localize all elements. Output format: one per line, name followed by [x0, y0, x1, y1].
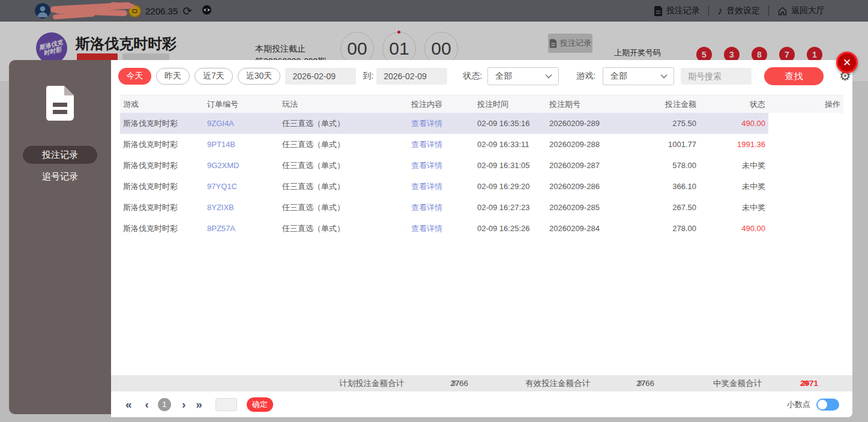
filter-7days-button[interactable]: 近7天: [194, 68, 233, 85]
table-row: 斯洛伐克时时彩 9PT14B 任三直选（单式） 查看详情 02-09 16:33…: [120, 134, 843, 155]
page-number-input[interactable]: [215, 398, 237, 411]
filter-bar: 今天 昨天 近7天 近30天 2026-02-09 到: 2026-02-09 …: [111, 67, 852, 85]
bet-records-panel: 今天 昨天 近7天 近30天 2026-02-09 到: 2026-02-09 …: [111, 60, 852, 417]
order-id-link[interactable]: 97YQ1C: [204, 182, 279, 191]
next-page-button[interactable]: ›: [182, 399, 185, 410]
table-row: 斯洛伐克时时彩 8YZIXB 任三直选（单式） 查看详情 02-09 16:27…: [120, 197, 843, 218]
table-row: 斯洛伐克时时彩 97YQ1C 任三直选（单式） 查看详情 02-09 16:29…: [120, 176, 843, 197]
order-id-link[interactable]: 8YZIXB: [204, 203, 279, 212]
win-total-label: 中奖金额合计: [713, 375, 762, 391]
date-to-input[interactable]: 2026-02-09: [376, 68, 447, 85]
decimal-toggle-label: 小数点: [787, 399, 810, 410]
filter-yesterday-button[interactable]: 昨天: [156, 68, 190, 85]
sidebar-item-chase-records[interactable]: 追号记录: [9, 171, 111, 182]
sidebar-item-bet-records[interactable]: 投注记录: [23, 146, 97, 164]
last-page-button[interactable]: »: [196, 399, 202, 410]
status-value: 未中奖: [699, 181, 768, 192]
modal-sidebar: 投注记录 追号记录: [9, 60, 111, 414]
status-value: 490.00: [699, 224, 768, 233]
first-page-button[interactable]: «: [125, 399, 132, 410]
order-id-link[interactable]: 9ZGI4A: [204, 113, 279, 134]
pagination-bar: « ‹ 1 › » 确定 小数点: [111, 391, 852, 417]
view-details-link[interactable]: 查看详情: [408, 181, 474, 192]
filter-30days-button[interactable]: 近30天: [238, 68, 281, 85]
status-value: 490.00: [699, 113, 768, 134]
bet-records-table: 游戏 订单编号 玩法 投注内容 投注时间 投注期号 投注金额 状态 操作 斯洛伐…: [120, 95, 843, 239]
table-header-row: 游戏 订单编号 玩法 投注内容 投注时间 投注期号 投注金额 状态 操作: [120, 95, 843, 113]
toggle-knob: [818, 400, 827, 409]
search-button[interactable]: 查找: [764, 67, 824, 85]
summary-bar: 计划投注金额合计 2766.87 有效投注金额合计 2766.87 中奖金额合计…: [111, 375, 852, 391]
order-id-link[interactable]: 9G2XMD: [204, 161, 279, 170]
status-label: 状态:: [463, 71, 482, 82]
confirm-page-button[interactable]: 确定: [247, 397, 273, 412]
chevron-down-icon: [660, 74, 668, 79]
view-details-link[interactable]: 查看详情: [408, 223, 474, 234]
view-details-link[interactable]: 查看详情: [408, 160, 474, 171]
status-value: 未中奖: [699, 202, 768, 213]
prev-page-button[interactable]: ‹: [145, 399, 149, 410]
table-row: 斯洛伐克时时彩 9G2XMD 任三直选（单式） 查看详情 02-09 16:31…: [120, 155, 843, 176]
status-value: 1991.36: [699, 140, 768, 149]
status-value: 未中奖: [699, 160, 768, 171]
to-label: 到:: [363, 71, 373, 82]
decimal-toggle[interactable]: [816, 399, 839, 411]
records-document-icon: [46, 86, 74, 123]
game-select[interactable]: 全部: [603, 67, 674, 85]
current-page-badge[interactable]: 1: [158, 398, 171, 411]
chevron-down-icon: [545, 74, 552, 79]
close-modal-button[interactable]: ✕: [836, 52, 858, 73]
filter-today-button[interactable]: 今天: [118, 68, 151, 85]
order-id-link[interactable]: 9PT14B: [204, 140, 279, 149]
view-details-link[interactable]: 查看详情: [408, 139, 474, 150]
game-label: 游戏:: [576, 71, 595, 82]
period-search-input[interactable]: [681, 68, 752, 85]
planned-total-label: 计划投注金额合计: [339, 375, 404, 391]
table-row: 斯洛伐克时时彩 9ZGI4A 任三直选（单式） 查看详情 02-09 16:35…: [120, 113, 843, 134]
date-from-input[interactable]: 2026-02-09: [285, 68, 356, 85]
view-details-link[interactable]: 查看详情: [408, 113, 474, 134]
view-details-link[interactable]: 查看详情: [408, 202, 474, 213]
order-id-link[interactable]: 8PZ57A: [204, 224, 279, 233]
status-select[interactable]: 全部: [487, 67, 559, 85]
valid-total-label: 有效投注金额合计: [525, 375, 590, 391]
table-row: 斯洛伐克时时彩 8PZ57A 任三直选（单式） 查看详情 02-09 16:25…: [120, 218, 843, 239]
